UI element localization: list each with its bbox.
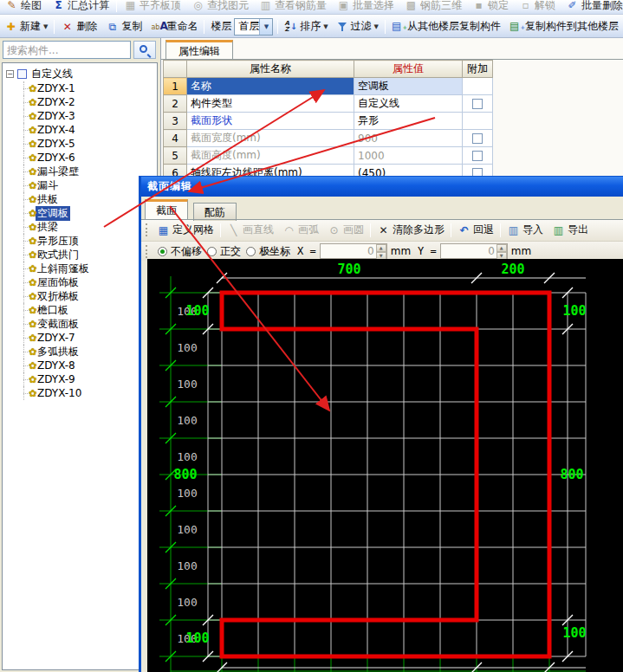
copy-from-floor-button[interactable]: ▤＋从其他楼层复制构件 — [387, 17, 505, 36]
tab-section[interactable]: 截面 — [145, 199, 188, 219]
view-rebar-qty-button[interactable]: ▥查看钢筋量 — [254, 0, 332, 13]
y-coord-input[interactable]: 0▲▼ — [440, 243, 508, 259]
undo-icon: ↶ — [458, 225, 470, 236]
dialog-title-bar[interactable]: 截面编辑 — [141, 177, 623, 197]
left-dim-mid: 800 — [173, 467, 197, 482]
draw-line-button[interactable]: ╲画直线 — [223, 221, 278, 240]
component-icon: ✿ — [29, 112, 36, 121]
component-icon: ✿ — [29, 139, 36, 149]
batch-delete-unused-button[interactable]: ✐批量删除未使用构件 — [561, 0, 623, 13]
draw-circle-button[interactable]: ⊙画圆 — [323, 221, 368, 240]
undo-button[interactable]: ↶回退 — [453, 221, 498, 240]
collapse-icon[interactable]: − — [6, 70, 14, 78]
tree-item[interactable]: ✿多弧拱板 — [3, 345, 157, 359]
define-grid-button[interactable]: ▦定义网格 — [153, 221, 218, 240]
chevron-down-icon[interactable]: ▼ — [259, 19, 272, 35]
tree-item[interactable]: ✿ZDYX-6 — [3, 151, 157, 165]
tree-item[interactable]: ✿ZDYX-3 — [3, 109, 157, 123]
row-dim-label: 100 — [177, 414, 197, 427]
table-row: 2 构件类型 自定义线 — [164, 95, 493, 113]
tree-root-custom-line[interactable]: − 自定义线 — [3, 66, 157, 81]
floor-dropdown[interactable]: 首层 ▼ — [234, 18, 273, 36]
rebar-3d-button[interactable]: ▩钢筋三维 — [399, 0, 467, 13]
tree-item[interactable]: ✿ZDYX-10 — [3, 386, 157, 400]
unlock-button[interactable]: ▫解锁 — [514, 0, 561, 13]
tree-item[interactable]: ✿ZDYX-8 — [3, 359, 157, 372]
chevron-down-icon: ▼ — [323, 23, 328, 30]
tree-item[interactable]: ✿ZDYX-1 — [3, 81, 157, 95]
radio-polar[interactable] — [246, 247, 256, 256]
toolbar-grip[interactable] — [146, 245, 148, 258]
tree-item[interactable]: ✿上斜雨篷板 — [3, 262, 157, 275]
find-element-button[interactable]: ◎查找图元 — [186, 0, 254, 13]
x-coord-input[interactable]: 0▲▼ — [320, 243, 387, 259]
draw-mode-button[interactable]: ✎绘图 — [0, 0, 47, 13]
tree-item[interactable]: ✿ZDYX-4 — [3, 123, 157, 137]
toolbar-grip[interactable] — [146, 223, 148, 236]
draw-arc-button[interactable]: ◠画弧 — [278, 221, 323, 240]
unit-label: mm — [511, 245, 531, 257]
rename-icon: abA — [151, 21, 164, 33]
component-icon: ✿ — [29, 236, 36, 246]
tree-item[interactable]: ✿檐口板 — [3, 303, 157, 317]
export-button[interactable]: ▥导出 — [548, 221, 593, 240]
search-input[interactable] — [3, 41, 131, 59]
import-icon: ▥ — [507, 225, 520, 236]
lock-button[interactable]: ▪锁定 — [467, 0, 514, 13]
rename-button[interactable]: abA重命名 — [146, 17, 202, 36]
tree-item[interactable]: ✿拱板 — [3, 192, 157, 206]
tree-item[interactable]: ✿漏斗 — [3, 178, 157, 192]
tree-item[interactable]: ✿双折梯板 — [3, 289, 157, 303]
copy-to-floor-button[interactable]: ▤＋复制构件到其他楼层 — [505, 17, 623, 36]
clear-polygon-button[interactable]: ✕清除多边形 — [373, 221, 449, 240]
tree-item[interactable]: ✿拱梁 — [3, 220, 157, 234]
sort-button[interactable]: AZ↓排序▼ — [280, 17, 332, 36]
checkbox[interactable] — [472, 133, 483, 144]
grid-lines — [208, 293, 586, 656]
tree-item[interactable]: ✿变截面板 — [3, 317, 157, 331]
tree-item[interactable]: ✿ZDYX-9 — [3, 372, 157, 386]
spinner-arrows[interactable]: ▲▼ — [376, 244, 386, 258]
batch-select-button[interactable]: ▣批量选择 — [332, 0, 399, 13]
radio-ortho[interactable] — [207, 247, 217, 256]
tree-item[interactable]: ✿异形压顶 — [3, 234, 157, 248]
row-dim-label: 100 — [177, 523, 197, 536]
checkbox[interactable] — [472, 151, 483, 161]
tree-item[interactable]: ✿ZDYX-2 — [3, 95, 157, 109]
new-button[interactable]: ✚新建▼ — [0, 17, 52, 36]
tree-item[interactable]: ✿漏斗梁壁 — [3, 165, 157, 178]
tree-item[interactable]: ✿ZDYX-7 — [3, 331, 157, 345]
tree-item[interactable]: ✿欧式拱门 — [3, 248, 157, 262]
summary-calc-button[interactable]: Σ汇总计算 — [47, 0, 114, 13]
right-dim-mid: 800 — [560, 467, 583, 482]
align-icon: ▦ — [124, 0, 137, 10]
lock-icon: ▪ — [472, 0, 485, 10]
component-icon: ✿ — [29, 84, 36, 94]
tab-property-edit[interactable]: 属性编辑 — [165, 40, 233, 60]
section-drawing-canvas[interactable]: 700 200 100 100 100 100 100 100 100 100 … — [147, 259, 623, 672]
tree-item-selected[interactable]: ✿空调板 — [3, 206, 157, 220]
extra-cell — [463, 147, 493, 165]
property-name-cell[interactable]: 构件类型 — [187, 95, 354, 113]
tree-item[interactable]: ✿ZDYX-5 — [3, 137, 157, 151]
import-button[interactable]: ▥导入 — [503, 221, 548, 240]
export-icon: ▥ — [552, 225, 565, 236]
property-name-cell[interactable]: 名称 — [187, 78, 354, 95]
property-value-cell[interactable]: 自定义线 — [354, 95, 463, 113]
search-button[interactable] — [133, 41, 156, 59]
radio-no-offset[interactable] — [158, 247, 167, 256]
checkbox[interactable] — [472, 99, 483, 109]
section-edit-dialog: 截面编辑 截面 配筋 ▦定义网格 ╲画直线 ◠画弧 ⊙画圆 ✕清除多边形 ↶回退… — [139, 176, 623, 672]
property-value-cell[interactable]: 空调板 — [354, 78, 463, 95]
delete-button[interactable]: ✕删除 — [56, 17, 101, 36]
filter-button[interactable]: 过滤▼ — [333, 17, 383, 36]
tree-item[interactable]: ✿屋面饰板 — [3, 275, 157, 289]
property-name-cell[interactable]: 截面形状 — [187, 113, 354, 130]
row-dim-label: 100 — [177, 378, 197, 391]
tab-rebar[interactable]: 配筋 — [193, 203, 237, 221]
property-value-cell[interactable]: 异形 — [354, 113, 463, 130]
spinner-arrows[interactable]: ▲▼ — [496, 244, 507, 258]
align-slab-top-button[interactable]: ▦平齐板顶 — [119, 0, 186, 13]
separator — [116, 0, 117, 12]
copy-button[interactable]: ⧉复制 — [101, 17, 146, 36]
